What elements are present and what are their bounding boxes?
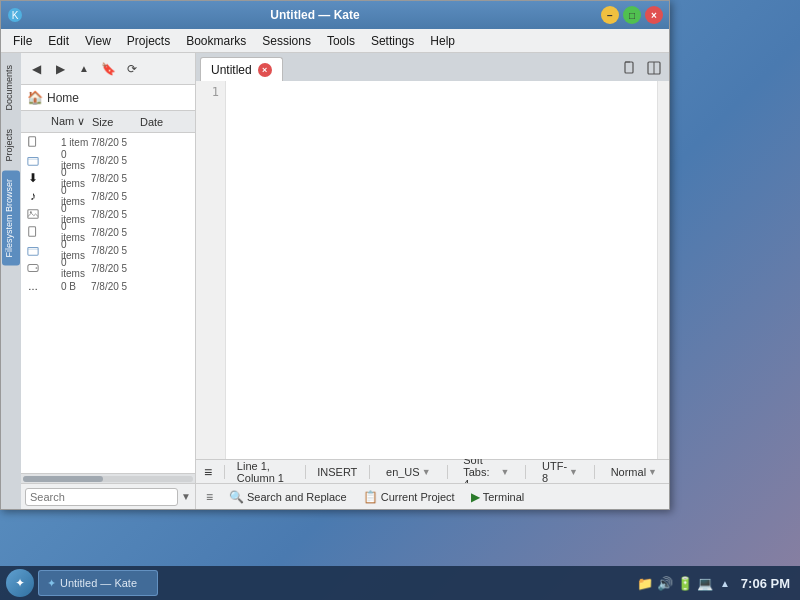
folder-tray-icon[interactable]: 📁 (637, 575, 653, 591)
home-icon: 🏠 (27, 90, 43, 105)
up-button[interactable]: ▲ (73, 58, 95, 80)
bookmark-button[interactable]: 🔖 (97, 58, 119, 80)
bt-search-replace[interactable]: 🔍 Search and Replace (225, 488, 351, 506)
network-tray-icon[interactable]: 💻 (697, 575, 713, 591)
main-content: Documents Projects Filesystem Browser ◀ … (1, 53, 669, 509)
menu-edit[interactable]: Edit (40, 32, 77, 50)
file-date: 7/8/20 5 (91, 173, 146, 184)
svg-rect-8 (28, 247, 38, 255)
menu-help[interactable]: Help (422, 32, 463, 50)
main-window: K Untitled — Kate − □ × File Edit View P… (0, 0, 670, 510)
menu-tools[interactable]: Tools (319, 32, 363, 50)
hamburger-icon[interactable]: ≡ (204, 464, 212, 480)
line-number: 1 (196, 85, 219, 99)
line-numbers: 1 (196, 81, 226, 459)
file-scrollbar[interactable] (21, 473, 195, 483)
scrollbar-track[interactable] (23, 476, 193, 482)
search-replace-icon: 🔍 (229, 490, 244, 504)
bt-terminal[interactable]: ▶ Terminal (467, 488, 529, 506)
forward-button[interactable]: ▶ (49, 58, 71, 80)
menu-settings[interactable]: Settings (363, 32, 422, 50)
file-type-icon (23, 134, 39, 150)
app-icon: K (7, 7, 23, 23)
taskbar-window-item[interactable]: ✦ Untitled — Kate (38, 570, 158, 596)
status-bar: ≡ Line 1, Column 1 INSERT en_US ▼ Soft T… (196, 459, 669, 483)
close-button[interactable]: × (645, 6, 663, 24)
svg-rect-4 (28, 157, 38, 165)
tab-actions (619, 57, 665, 81)
menu-bookmarks[interactable]: Bookmarks (178, 32, 254, 50)
battery-tray-icon[interactable]: 🔋 (677, 575, 693, 591)
editor-content: 1 (196, 81, 669, 459)
tab-close-button[interactable]: × (258, 63, 272, 77)
back-button[interactable]: ◀ (25, 58, 47, 80)
file-type-icon (23, 224, 39, 240)
file-path-bar: 🏠 Home (21, 85, 195, 111)
file-search-bar: ▼ (21, 483, 195, 509)
maximize-button[interactable]: □ (623, 6, 641, 24)
terminal-icon: ▶ (471, 490, 480, 504)
folder-type-icon (23, 242, 39, 258)
taskbar: ✦ ✦ Untitled — Kate 📁 🔊 🔋 💻 ▲ 7:06 PM (0, 566, 800, 600)
status-separator (594, 465, 595, 479)
file-list-header: Nam ∨ Size Date (21, 111, 195, 133)
search-input[interactable] (25, 488, 178, 506)
menu-file[interactable]: File (5, 32, 40, 50)
file-browser-panel: ◀ ▶ ▲ 🔖 ⟳ 🏠 Home Nam ∨ Size Date (21, 53, 196, 509)
sidebar-item-documents[interactable]: Documents (2, 57, 20, 119)
line-endings-dropdown-icon: ▼ (648, 467, 657, 477)
scrollbar-thumb[interactable] (23, 476, 103, 482)
tab-label: Untitled (211, 63, 252, 77)
file-date: 7/8/20 5 (91, 227, 146, 238)
file-size: 0 items (43, 257, 91, 279)
storage-type-icon (23, 260, 39, 276)
file-date: 7/8/20 5 (91, 209, 146, 220)
list-item[interactable]: … 0 B 7/8/20 5 (21, 277, 195, 295)
bottom-toolbar: ≡ 🔍 Search and Replace 📋 Current Project… (196, 483, 669, 509)
language-selector[interactable]: en_US ▼ (382, 466, 435, 478)
sidebar-item-filesystem[interactable]: Filesystem Browser (2, 171, 20, 266)
file-panel-toolbar: ◀ ▶ ▲ 🔖 ⟳ (21, 53, 195, 85)
bt-hamburger[interactable]: ≡ (202, 488, 217, 506)
line-endings-selector[interactable]: Normal ▼ (607, 466, 661, 478)
system-clock: 7:06 PM (737, 576, 794, 591)
menu-sessions[interactable]: Sessions (254, 32, 319, 50)
image-type-icon (23, 206, 39, 222)
language-label: en_US (386, 466, 420, 478)
encoding-dropdown-icon: ▼ (569, 467, 578, 477)
svg-point-10 (36, 267, 38, 269)
sync-button[interactable]: ⟳ (121, 58, 143, 80)
file-type-icon: … (23, 278, 39, 294)
new-file-button[interactable] (619, 57, 641, 79)
edit-mode-indicator: INSERT (317, 466, 357, 478)
svg-rect-2 (29, 137, 36, 146)
minimize-button[interactable]: − (601, 6, 619, 24)
col-name[interactable]: Nam ∨ (21, 115, 92, 128)
file-date: 7/8/20 5 (91, 245, 146, 256)
editor-scrollbar[interactable] (657, 81, 669, 459)
editor-tab-untitled[interactable]: Untitled × (200, 57, 283, 81)
menu-projects[interactable]: Projects (119, 32, 178, 50)
line-endings-label: Normal (611, 466, 646, 478)
status-separator (224, 465, 225, 479)
taskbar-window-label: Untitled — Kate (60, 577, 137, 589)
list-item[interactable]: 0 items 7/8/20 5 (21, 259, 195, 277)
volume-tray-icon[interactable]: 🔊 (657, 575, 673, 591)
language-dropdown-icon: ▼ (422, 467, 431, 477)
editor-textarea[interactable] (226, 81, 657, 459)
svg-rect-5 (28, 210, 38, 219)
file-date: 7/8/20 5 (91, 281, 146, 292)
hamburger-menu-icon: ≡ (206, 490, 213, 504)
tab-layout-button[interactable] (643, 57, 665, 79)
arrow-up-tray-icon[interactable]: ▲ (717, 575, 733, 591)
side-tabs-panel: Documents Projects Filesystem Browser (1, 53, 21, 509)
bt-current-project[interactable]: 📋 Current Project (359, 488, 459, 506)
file-list: 1 item 7/8/20 5 0 items 7/8/20 5 ⬇ 0 ite… (21, 133, 195, 473)
taskbar-window-icon: ✦ (47, 577, 56, 590)
search-dropdown-icon[interactable]: ▼ (181, 491, 191, 502)
encoding-selector[interactable]: UTF-8 ▼ (538, 460, 582, 484)
start-menu-button[interactable]: ✦ (6, 569, 34, 597)
svg-rect-7 (29, 227, 36, 236)
sidebar-item-projects[interactable]: Projects (2, 121, 20, 170)
menu-view[interactable]: View (77, 32, 119, 50)
